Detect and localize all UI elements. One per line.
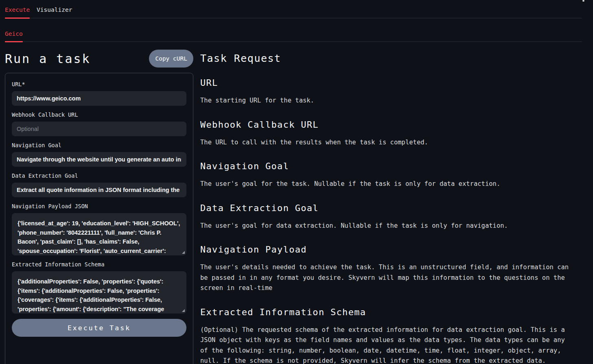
scrollbar-thumb[interactable] (582, 0, 584, 2)
extracted-schema-textarea[interactable]: {'additionalProperties': False, 'propert… (12, 271, 186, 314)
doc-heading: Data Extraction Goal (200, 202, 582, 215)
doc-description: The starting URL for the task. (200, 96, 582, 106)
webhook-label: Webhook Callback URL (12, 111, 186, 118)
doc-heading: Navigation Goal (200, 160, 582, 173)
task-form-panel: Run a task Copy cURL URL* Webhook Callba… (5, 42, 193, 364)
app-header: Execute Visualizer Geico (0, 0, 593, 42)
doc-description: The URL to call with the results when th… (200, 137, 582, 148)
copy-curl-button[interactable]: Copy cURL (149, 50, 193, 68)
extracted-schema-wrapper: {'additionalProperties': False, 'propert… (12, 271, 186, 314)
data-extraction-goal-input[interactable] (12, 183, 186, 197)
page-title: Run a task (5, 52, 91, 66)
url-field-group: URL* (12, 81, 186, 106)
primary-tab-bar: Execute Visualizer (5, 0, 582, 18)
doc-heading: Webhook Callback URL (200, 118, 582, 131)
doc-heading: URL (200, 76, 582, 89)
doc-description: The user's details needed to achieve the… (200, 262, 582, 294)
navigation-goal-label: Navigation Goal (12, 142, 186, 148)
form-panel-header: Run a task Copy cURL (5, 49, 193, 68)
doc-heading: Navigation Payload (200, 243, 582, 256)
navigation-payload-field-group: Navigation Payload JSON {'licensed_at_ag… (12, 203, 186, 255)
doc-section-url: URL The starting URL for the task. (200, 76, 582, 106)
doc-section-extracted-schema: Extracted Information Schema (Optional) … (200, 306, 582, 364)
navigation-goal-field-group: Navigation Goal (12, 142, 186, 167)
webhook-input[interactable] (12, 122, 186, 136)
doc-section-navigation-goal: Navigation Goal The user's goal for the … (200, 160, 582, 190)
doc-heading: Extracted Information Schema (200, 306, 582, 319)
docs-panel-title: Task Request (200, 52, 582, 64)
webhook-field-group: Webhook Callback URL (12, 111, 186, 136)
tab-visualizer[interactable]: Visualizer (37, 0, 72, 18)
tab-execute[interactable]: Execute (5, 0, 30, 18)
doc-section-navigation-payload: Navigation Payload The user's details ne… (200, 243, 582, 294)
secondary-tab-bar: Geico (5, 18, 582, 42)
data-extraction-goal-field-group: Data Extraction Goal (12, 172, 186, 197)
url-input[interactable] (12, 91, 186, 106)
task-form-card: URL* Webhook Callback URL Navigation Goa… (5, 73, 193, 364)
navigation-payload-label: Navigation Payload JSON (12, 203, 186, 209)
url-label: URL* (12, 81, 186, 87)
main-content: Run a task Copy cURL URL* Webhook Callba… (5, 42, 582, 364)
tab-geico[interactable]: Geico (5, 18, 23, 41)
navigation-payload-textarea[interactable]: {'licensed_at_age': 19, 'education_level… (12, 213, 186, 255)
doc-section-webhook: Webhook Callback URL The URL to call wit… (200, 118, 582, 148)
doc-description: The user's goal for the task. Nullable i… (200, 179, 582, 190)
navigation-payload-wrapper: {'licensed_at_age': 19, 'education_level… (12, 213, 186, 255)
extracted-schema-label: Extracted Information Schema (12, 261, 186, 268)
resize-grip-icon[interactable] (182, 309, 185, 312)
doc-section-data-extraction-goal: Data Extraction Goal The user's goal for… (200, 202, 582, 231)
navigation-goal-input[interactable] (12, 152, 186, 167)
task-request-docs-panel: Task Request URL The starting URL for th… (200, 42, 582, 364)
doc-description: (Optional) The requested schema of the e… (200, 325, 582, 364)
extracted-schema-field-group: Extracted Information Schema {'additiona… (12, 261, 186, 314)
data-extraction-goal-label: Data Extraction Goal (12, 172, 186, 179)
doc-description: The user's goal for data extraction. Nul… (200, 221, 582, 231)
resize-grip-icon[interactable] (182, 251, 185, 254)
execute-task-button[interactable]: Execute Task (12, 319, 186, 337)
